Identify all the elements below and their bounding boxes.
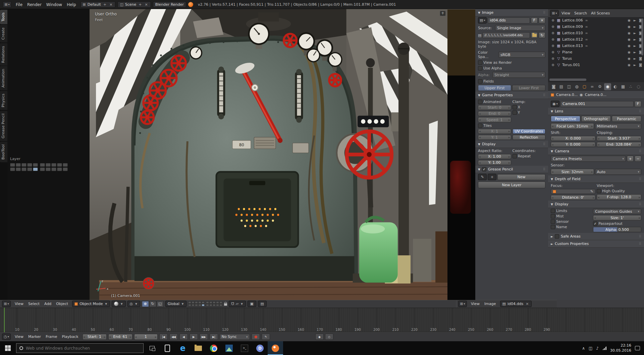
- region-expand-button[interactable]: +: [440, 11, 446, 16]
- expand-icon[interactable]: ⊕: [551, 63, 555, 67]
- layer-toggle[interactable]: [10, 163, 15, 167]
- image-browse-icon[interactable]: ▤▾: [478, 17, 487, 23]
- menu-item[interactable]: Playback: [59, 335, 80, 339]
- uv-coordinates-button[interactable]: UV Coordinates: [513, 129, 546, 134]
- taskbar-app-chrome[interactable]: [206, 341, 221, 355]
- grease-new-button[interactable]: New: [497, 174, 545, 180]
- toolshelf-tab[interactable]: Grease Pencil: [0, 111, 7, 141]
- colorspace-select[interactable]: sRGB▾: [498, 52, 545, 58]
- menu-item[interactable]: Frame: [43, 335, 59, 339]
- menu-item[interactable]: Render: [25, 2, 44, 7]
- network-icon[interactable]: [602, 346, 606, 350]
- layer-toggle[interactable]: [51, 167, 56, 171]
- panel-grip-icon[interactable]: ⠿: [639, 177, 641, 181]
- selectability-arrow-icon[interactable]: ►: [633, 50, 637, 54]
- sync-select[interactable]: No Sync▾: [220, 334, 250, 340]
- selectability-arrow-icon[interactable]: ►: [633, 25, 637, 29]
- alpha-mode-select[interactable]: Straight▾: [492, 72, 545, 78]
- fake-user-button[interactable]: F: [635, 101, 641, 107]
- menu-item[interactable]: Search: [572, 11, 589, 15]
- layer-toggle[interactable]: [10, 167, 15, 171]
- search-input[interactable]: [26, 346, 140, 351]
- unlink-image-icon[interactable]: ×: [525, 302, 529, 306]
- object-data-tab-icon[interactable]: ◉: [604, 83, 611, 90]
- sensor-size-field[interactable]: ◂Size: 32mm▸: [551, 169, 594, 175]
- menu-item[interactable]: Window: [44, 2, 64, 7]
- selectability-arrow-icon[interactable]: ►: [633, 44, 637, 48]
- layer-toggle[interactable]: [51, 163, 56, 167]
- animated-checkbox[interactable]: [478, 100, 482, 104]
- add-layout-icon[interactable]: +: [103, 2, 107, 7]
- selectability-arrow-icon[interactable]: ►: [633, 57, 637, 60]
- layer-toggle[interactable]: [21, 163, 26, 167]
- start-button[interactable]: [0, 341, 15, 355]
- tray-window-icon[interactable]: ◫: [589, 346, 592, 351]
- expand-icon[interactable]: ⊕: [551, 18, 555, 22]
- render-restrict-icon[interactable]: ◙: [638, 57, 643, 60]
- object-tab-icon[interactable]: ▢: [581, 83, 588, 90]
- collapse-icon[interactable]: ▼: [478, 11, 480, 14]
- camera-datablock-icon[interactable]: ◉▾: [551, 101, 559, 107]
- passepartout-checkbox[interactable]: [593, 221, 597, 226]
- menu-item[interactable]: File: [13, 2, 25, 7]
- camera-presets-select[interactable]: Camera Presets▾: [551, 156, 626, 162]
- translate-manipulator-icon[interactable]: ⊕: [142, 301, 149, 307]
- collapse-icon[interactable]: ►: [551, 242, 553, 246]
- toolshelf-tab[interactable]: Animation: [0, 66, 7, 90]
- expand-icon[interactable]: ⊕: [551, 25, 555, 29]
- layer-toggle[interactable]: [46, 167, 51, 171]
- tiles-y-field[interactable]: ◂Y: 1▸: [478, 135, 511, 140]
- 3d-scene[interactable]: 80: [90, 9, 447, 300]
- breadcrumb-object[interactable]: Camera.0...: [556, 93, 578, 97]
- custom-properties-panel-header[interactable]: ► Custom Properties ⠿: [548, 240, 644, 248]
- panel-grip-icon[interactable]: ⠿: [543, 142, 545, 146]
- editor-type-icon[interactable]: ⊞▾: [2, 301, 11, 307]
- uv-image-editor-canvas[interactable]: [447, 9, 475, 300]
- prev-keyframe-button[interactable]: ◀◀: [169, 334, 178, 340]
- object-name[interactable]: Lattice.012: [562, 37, 583, 42]
- add-preset-button[interactable]: +: [627, 156, 634, 162]
- layer-toggle[interactable]: [21, 167, 26, 171]
- view-as-render-checkbox[interactable]: [478, 60, 482, 65]
- reflection-button[interactable]: Reflection: [513, 135, 546, 140]
- layer-toggle[interactable]: [27, 167, 32, 171]
- modifiers-tab-icon[interactable]: ⚙: [596, 83, 603, 90]
- mist-checkbox[interactable]: [551, 214, 555, 218]
- layer-toggle[interactable]: [27, 163, 32, 167]
- dof-distance-field[interactable]: ◂Distance: 0'▸: [551, 195, 595, 200]
- layer-toggle-active[interactable]: [33, 167, 38, 171]
- aspect-x-field[interactable]: ◂X: 1.00▸: [478, 154, 511, 159]
- visibility-eye-icon[interactable]: ◉: [627, 31, 631, 35]
- next-keyframe-button[interactable]: ▶▶: [200, 334, 208, 340]
- menu-item[interactable]: View: [12, 335, 26, 339]
- outliner-row[interactable]: ⊕ ▽ Torus.001 ◉ ► ◙: [548, 62, 644, 68]
- layer-toggle[interactable]: [40, 163, 45, 167]
- sensor-checkbox[interactable]: [551, 219, 555, 224]
- shift-y-field[interactable]: ◂Y: 0.000▸: [551, 142, 595, 147]
- jump-to-end-button[interactable]: ▶|: [210, 334, 218, 340]
- camera-display-panel-header[interactable]: ▼ Display ⠿: [548, 201, 644, 208]
- anim-speed-field[interactable]: ◂Speed: 1▸: [478, 117, 511, 122]
- editor-type-icon[interactable]: ⊞▾: [550, 10, 559, 16]
- collapse-icon[interactable]: ▼: [551, 203, 553, 206]
- object-name[interactable]: Lattice.006: [562, 18, 583, 22]
- object-name[interactable]: Lattice.013: [562, 44, 583, 48]
- layer-toggle[interactable]: [16, 163, 21, 167]
- delete-layout-icon[interactable]: ×: [109, 2, 113, 7]
- opengl-render-icon[interactable]: ▣: [248, 301, 256, 307]
- source-select[interactable]: Single Image▾: [495, 25, 545, 31]
- current-frame-field[interactable]: ◂1▸: [134, 334, 158, 340]
- fake-user-button[interactable]: F: [531, 17, 538, 23]
- perspective-button[interactable]: Perspective: [551, 116, 580, 122]
- collapse-icon[interactable]: ▼: [478, 143, 480, 146]
- record-button[interactable]: ●: [252, 334, 260, 340]
- object-name[interactable]: Torus.001: [562, 63, 580, 67]
- taskbar-app-discord[interactable]: D: [252, 341, 268, 355]
- editor-type-icon[interactable]: ⊞▾: [3, 1, 11, 8]
- world-tab-icon[interactable]: ◍: [573, 83, 580, 90]
- toolshelf-tab[interactable]: Relations: [0, 43, 7, 66]
- lower-first-button[interactable]: Lower First: [512, 85, 545, 91]
- focal-length-field[interactable]: ◂Focal Len: 31mm▸: [551, 123, 594, 129]
- editor-type-icon[interactable]: ◷▾: [2, 334, 11, 340]
- display-panel-header[interactable]: ▼ Display ⠿: [475, 141, 548, 148]
